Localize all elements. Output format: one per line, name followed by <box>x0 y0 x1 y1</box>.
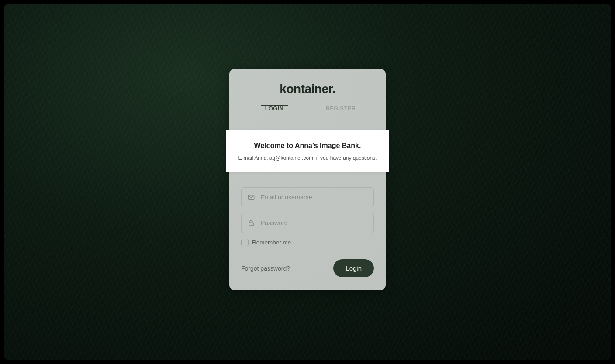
tab-login[interactable]: LOGIN <box>241 106 308 119</box>
login-button[interactable]: Login <box>333 259 374 277</box>
mail-icon <box>247 193 255 201</box>
lock-icon <box>247 219 255 227</box>
remember-row: Remember me <box>241 239 374 246</box>
password-field-wrap <box>241 213 374 233</box>
form-footer: Forgot password? Login <box>241 259 374 277</box>
welcome-title: Welcome to Anna's Image Bank. <box>235 142 380 150</box>
password-input[interactable] <box>241 213 374 233</box>
forgot-password-link[interactable]: Forgot password? <box>241 265 290 272</box>
remember-checkbox[interactable] <box>241 239 249 246</box>
login-form: Remember me Forgot password? Login <box>229 172 386 277</box>
app-logo: kontainer <box>229 69 386 106</box>
email-input[interactable] <box>241 187 374 207</box>
welcome-banner: Welcome to Anna's Image Bank. E-mail Ann… <box>226 130 389 172</box>
email-field-wrap <box>241 187 374 207</box>
remember-label: Remember me <box>252 239 291 246</box>
svg-rect-1 <box>249 223 254 226</box>
login-card: kontainer LOGIN REGISTER Welcome to Anna… <box>229 69 386 290</box>
tab-register[interactable]: REGISTER <box>308 106 374 119</box>
welcome-subtitle: E-mail Anna, ag@kontainer.com, if you ha… <box>235 155 380 161</box>
tab-active-indicator <box>261 105 288 106</box>
tab-login-label: LOGIN <box>265 106 284 112</box>
tab-register-label: REGISTER <box>326 106 356 112</box>
auth-tabs: LOGIN REGISTER <box>241 106 374 119</box>
logo-text: kontainer <box>280 82 335 96</box>
